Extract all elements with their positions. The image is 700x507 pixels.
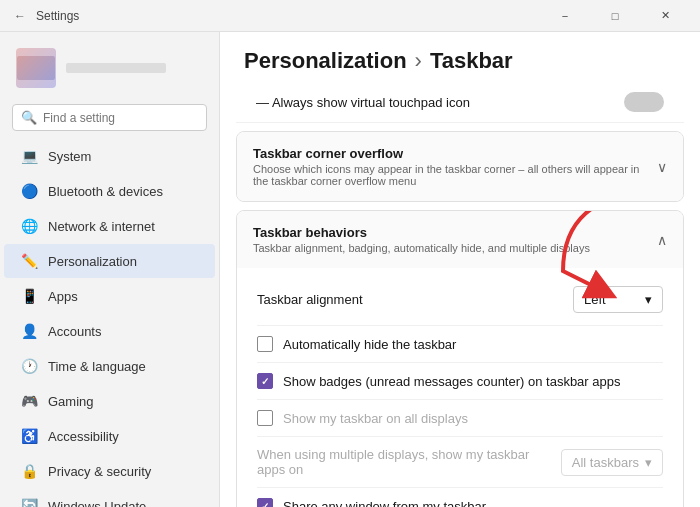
network-icon: 🌐	[20, 217, 38, 235]
sidebar-item-personalization[interactable]: ✏️ Personalization	[4, 244, 215, 278]
share-window-label: Share any window from my taskbar	[283, 499, 486, 508]
sidebar-label-personalization: Personalization	[48, 254, 137, 269]
app-title: Settings	[36, 9, 79, 23]
all-displays-row[interactable]: Show my taskbar on all displays	[237, 402, 683, 434]
sidebar-item-gaming[interactable]: 🎮 Gaming	[4, 384, 215, 418]
avatar	[16, 48, 56, 88]
taskbar-behaviors-content: Taskbar alignment Left ▾	[237, 268, 683, 507]
all-taskbars-value: All taskbars	[572, 455, 639, 470]
corner-overflow-header[interactable]: Taskbar corner overflow Choose which ico…	[237, 132, 683, 201]
sidebar-item-network[interactable]: 🌐 Network & internet	[4, 209, 215, 243]
autohide-label: Automatically hide the taskbar	[283, 337, 456, 352]
minimize-button[interactable]: −	[542, 0, 588, 32]
sep1	[257, 325, 663, 326]
taskbar-behaviors-text: Taskbar behaviors Taskbar alignment, bad…	[253, 225, 590, 254]
sidebar-label-accounts: Accounts	[48, 324, 101, 339]
all-taskbars-dropdown[interactable]: All taskbars ▾	[561, 449, 663, 476]
maximize-button[interactable]: □	[592, 0, 638, 32]
apps-icon: 📱	[20, 287, 38, 305]
sidebar-item-apps[interactable]: 📱 Apps	[4, 279, 215, 313]
virtual-touchpad-label: — Always show virtual touchpad icon	[256, 95, 470, 110]
corner-overflow-subtitle: Choose which icons may appear in the tas…	[253, 163, 657, 187]
page-header: Personalization › Taskbar	[220, 32, 700, 82]
taskbar-behaviors-section: Taskbar behaviors Taskbar alignment, bad…	[236, 210, 684, 507]
personalization-icon: ✏️	[20, 252, 38, 270]
close-button[interactable]: ✕	[642, 0, 688, 32]
breadcrumb-separator: ›	[415, 48, 422, 74]
sep3	[257, 399, 663, 400]
search-icon: 🔍	[21, 110, 37, 125]
privacy-icon: 🔒	[20, 462, 38, 480]
content-area: Personalization › Taskbar — Always show …	[220, 32, 700, 507]
taskbar-behaviors-header[interactable]: Taskbar behaviors Taskbar alignment, bad…	[237, 211, 683, 268]
sidebar-label-windows-update: Windows Update	[48, 499, 146, 508]
sidebar-item-accessibility[interactable]: ♿ Accessibility	[4, 419, 215, 453]
badges-checkbox[interactable]	[257, 373, 273, 389]
windows-update-icon: 🔄	[20, 497, 38, 507]
gaming-icon: 🎮	[20, 392, 38, 410]
search-input[interactable]	[43, 111, 198, 125]
sidebar-label-privacy: Privacy & security	[48, 464, 151, 479]
sep5	[257, 487, 663, 488]
search-box[interactable]: 🔍	[12, 104, 207, 131]
virtual-touchpad-row: — Always show virtual touchpad icon	[236, 82, 684, 123]
sidebar-label-accessibility: Accessibility	[48, 429, 119, 444]
share-window-row[interactable]: Share any window from my taskbar	[237, 490, 683, 507]
corner-overflow-title: Taskbar corner overflow	[253, 146, 657, 161]
accessibility-icon: ♿	[20, 427, 38, 445]
corner-overflow-toggle-icon: ∨	[657, 159, 667, 175]
profile-section	[0, 40, 219, 100]
sidebar-label-bluetooth: Bluetooth & devices	[48, 184, 163, 199]
virtual-touchpad-toggle[interactable]	[624, 92, 664, 112]
titlebar-left: ← Settings	[12, 8, 79, 24]
alignment-dropdown[interactable]: Left ▾	[573, 286, 663, 313]
corner-overflow-section: Taskbar corner overflow Choose which ico…	[236, 131, 684, 202]
sidebar-item-system[interactable]: 💻 System	[4, 139, 215, 173]
taskbar-behaviors-title: Taskbar behaviors	[253, 225, 590, 240]
corner-overflow-text: Taskbar corner overflow Choose which ico…	[253, 146, 657, 187]
system-icon: 💻	[20, 147, 38, 165]
main-layout: 🔍 💻 System 🔵 Bluetooth & devices 🌐 Netwo…	[0, 32, 700, 507]
all-displays-checkbox[interactable]	[257, 410, 273, 426]
alignment-value: Left	[584, 292, 606, 307]
time-icon: 🕐	[20, 357, 38, 375]
sidebar-label-system: System	[48, 149, 91, 164]
sidebar-label-gaming: Gaming	[48, 394, 94, 409]
autohide-row[interactable]: Automatically hide the taskbar	[237, 328, 683, 360]
alignment-row: Taskbar alignment Left ▾	[237, 276, 683, 323]
sidebar-item-privacy[interactable]: 🔒 Privacy & security	[4, 454, 215, 488]
sep2	[257, 362, 663, 363]
sidebar-label-time: Time & language	[48, 359, 146, 374]
back-button[interactable]: ←	[12, 8, 28, 24]
sep4	[257, 436, 663, 437]
dropdown-chevron: ▾	[645, 292, 652, 307]
window-controls: − □ ✕	[542, 0, 688, 32]
taskbar-behaviors-subtitle: Taskbar alignment, badging, automaticall…	[253, 242, 590, 254]
breadcrumb-current: Taskbar	[430, 48, 513, 74]
profile-name	[66, 63, 166, 73]
autohide-checkbox[interactable]	[257, 336, 273, 352]
share-window-checkbox[interactable]	[257, 498, 273, 507]
sidebar-label-apps: Apps	[48, 289, 78, 304]
sidebar-item-windows-update[interactable]: 🔄 Windows Update	[4, 489, 215, 507]
all-displays-label: Show my taskbar on all displays	[283, 411, 468, 426]
taskbar-behaviors-toggle-icon: ∧	[657, 232, 667, 248]
sidebar-item-time[interactable]: 🕐 Time & language	[4, 349, 215, 383]
bluetooth-icon: 🔵	[20, 182, 38, 200]
alignment-label: Taskbar alignment	[257, 292, 363, 307]
multiple-displays-row: When using multiple displays, show my ta…	[237, 439, 683, 485]
sidebar-label-network: Network & internet	[48, 219, 155, 234]
accounts-icon: 👤	[20, 322, 38, 340]
breadcrumb-parent: Personalization	[244, 48, 407, 74]
sidebar: 🔍 💻 System 🔵 Bluetooth & devices 🌐 Netwo…	[0, 32, 220, 507]
sidebar-item-accounts[interactable]: 👤 Accounts	[4, 314, 215, 348]
titlebar: ← Settings − □ ✕	[0, 0, 700, 32]
badges-row[interactable]: Show badges (unread messages counter) on…	[237, 365, 683, 397]
all-taskbars-chevron: ▾	[645, 455, 652, 470]
sidebar-item-bluetooth[interactable]: 🔵 Bluetooth & devices	[4, 174, 215, 208]
multiple-displays-label: When using multiple displays, show my ta…	[257, 447, 561, 477]
avatar-image	[17, 56, 55, 80]
badges-label: Show badges (unread messages counter) on…	[283, 374, 620, 389]
